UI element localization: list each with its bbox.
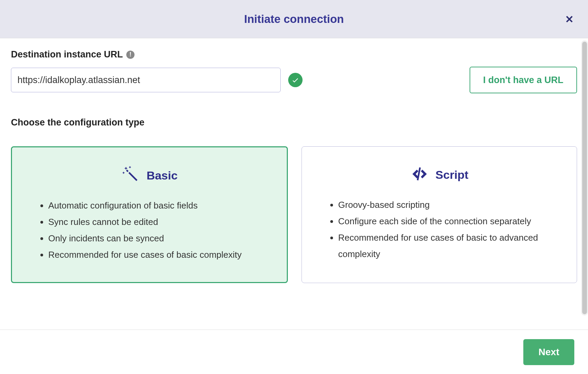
list-item: Automatic configuration of basic fields — [48, 197, 272, 214]
config-card-basic[interactable]: Basic Automatic configuration of basic f… — [11, 146, 288, 283]
modal-header: Initiate connection ✕ — [0, 0, 588, 38]
list-item: Configure each side of the connection se… — [338, 213, 562, 229]
check-valid-icon — [288, 73, 303, 87]
card-title-script: Script — [435, 168, 468, 182]
url-label-text: Destination instance URL — [11, 49, 123, 60]
card-features-basic: Automatic configuration of basic fields … — [27, 197, 272, 263]
code-icon — [410, 164, 429, 185]
url-field-label: Destination instance URL ! — [11, 49, 577, 60]
list-item: Only incidents can be synced — [48, 230, 272, 246]
modal-footer: Next — [0, 330, 588, 374]
close-icon: ✕ — [565, 14, 574, 25]
modal-body: Destination instance URL ! I don't have … — [0, 38, 588, 330]
no-url-button[interactable]: I don't have a URL — [470, 67, 577, 93]
list-item: Sync rules cannot be edited — [48, 214, 272, 230]
destination-url-input[interactable] — [11, 68, 281, 92]
next-button[interactable]: Next — [523, 339, 574, 365]
card-features-script: Groovy-based scripting Configure each si… — [317, 197, 562, 262]
modal-title: Initiate connection — [244, 13, 344, 26]
card-header-script: Script — [317, 164, 562, 185]
url-row: I don't have a URL — [11, 67, 577, 93]
list-item: Recommended for use cases of basic compl… — [48, 246, 272, 263]
list-item: Groovy-based scripting — [338, 197, 562, 213]
config-card-script[interactable]: Script Groovy-based scripting Configure … — [302, 146, 577, 283]
info-icon[interactable]: ! — [126, 51, 135, 59]
config-cards-row: Basic Automatic configuration of basic f… — [11, 146, 577, 283]
card-header-basic: Basic — [27, 165, 272, 186]
card-title-basic: Basic — [146, 169, 178, 182]
magic-wand-icon — [121, 165, 140, 186]
close-button[interactable]: ✕ — [565, 14, 574, 25]
list-item: Recommended for use cases of basic to ad… — [338, 229, 562, 262]
config-type-label: Choose the configuration type — [11, 117, 577, 128]
